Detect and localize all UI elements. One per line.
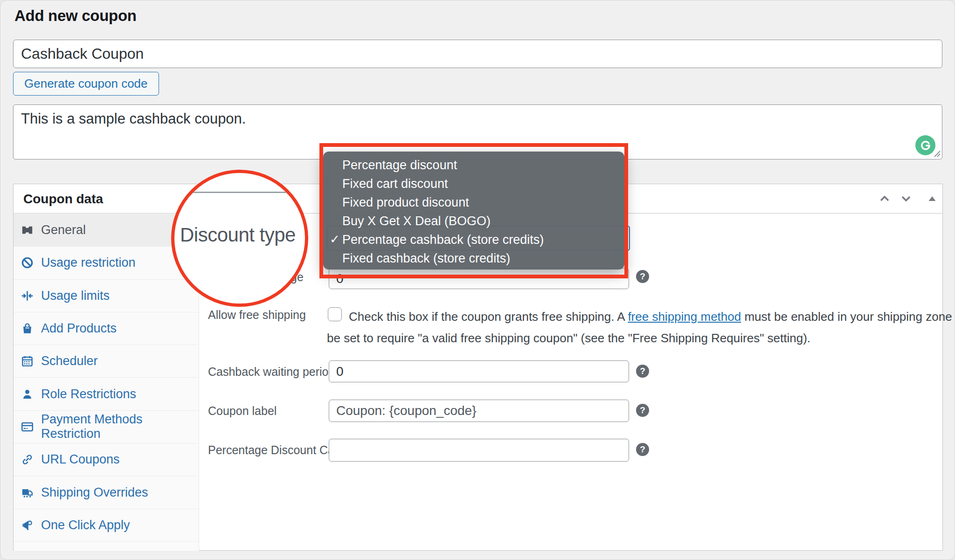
- prohibited-icon: [21, 256, 34, 269]
- allow-free-shipping-label: Allow free shipping: [208, 308, 306, 322]
- free-shipping-desc-before: Check this box if the coupon grants free…: [349, 310, 628, 324]
- option-label: Fixed cart discount: [342, 177, 448, 191]
- link-icon: [21, 453, 34, 466]
- percentage-discount-cap-label: Percentage Discount Cap: [208, 443, 341, 457]
- calendar-icon: [21, 355, 34, 367]
- free-shipping-description-line1: Check this box if the coupon grants free…: [349, 310, 955, 324]
- coupon-data-tabs: General Usage restriction Usage limits: [14, 214, 199, 551]
- tab-role-restrictions[interactable]: Role Restrictions: [14, 378, 199, 410]
- tab-usage-restriction[interactable]: Usage restriction: [14, 247, 199, 279]
- free-shipping-description-line2: be set to require "a valid free shipping…: [327, 331, 810, 346]
- discount-type-dropdown: Percentage discount Fixed cart discount …: [323, 152, 624, 270]
- option-label: Buy X Get X Deal (BOGO): [342, 214, 491, 228]
- tab-label: Role Restrictions: [41, 387, 136, 401]
- cashback-waiting-period-input[interactable]: [329, 360, 629, 382]
- dropdown-option-percentage-discount[interactable]: Percentage discount: [323, 156, 624, 174]
- cashback-percentage-label-partial: ge: [291, 270, 304, 284]
- coupon-code-input[interactable]: [13, 40, 942, 68]
- tab-url-coupons[interactable]: URL Coupons: [14, 443, 199, 476]
- add-new-coupon-page: Add new coupon Generate coupon code This…: [0, 0, 955, 560]
- grammarly-g-glyph: [919, 139, 932, 152]
- tab-label: Shipping Overrides: [41, 485, 148, 500]
- dropdown-option-fixed-product-discount[interactable]: Fixed product discount: [323, 193, 624, 212]
- help-icon[interactable]: ?: [636, 404, 649, 417]
- help-icon[interactable]: ?: [636, 443, 649, 456]
- coupon-label-label: Coupon label: [208, 404, 277, 418]
- tab-one-click-apply[interactable]: One Click Apply: [14, 509, 199, 542]
- generate-coupon-code-button[interactable]: Generate coupon code: [13, 72, 159, 96]
- tab-usage-limits[interactable]: Usage limits: [14, 280, 199, 312]
- tab-general[interactable]: General: [14, 214, 199, 247]
- tab-label: Add Products: [41, 321, 117, 336]
- option-label: Percentage discount: [342, 158, 457, 173]
- free-shipping-desc-after: must be enabled in your shipping zone an…: [741, 310, 955, 324]
- move-down-icon[interactable]: [898, 190, 914, 207]
- option-label: Fixed cashback (store credits): [342, 251, 510, 266]
- tab-payment-methods-restriction[interactable]: Payment Methods Restriction: [14, 411, 199, 443]
- shopping-bag-icon: [21, 322, 34, 335]
- page-title: Add new coupon: [14, 7, 137, 25]
- tab-label: Usage restriction: [41, 256, 136, 270]
- metabox-title: Coupon data: [23, 192, 103, 207]
- dropdown-option-fixed-cashback[interactable]: Fixed cashback (store credits): [323, 249, 624, 268]
- tab-label: URL Coupons: [41, 452, 120, 467]
- tab-scheduler[interactable]: Scheduler: [14, 345, 199, 378]
- credit-card-icon: [21, 421, 34, 433]
- megaphone-icon: [21, 519, 34, 532]
- cashback-waiting-period-label: Cashback waiting period: [208, 365, 335, 379]
- dropdown-option-bogo[interactable]: Buy X Get X Deal (BOGO): [323, 212, 624, 230]
- help-icon[interactable]: ?: [636, 270, 649, 283]
- limits-arrows-icon: [21, 290, 34, 302]
- tab-label: Usage limits: [41, 289, 110, 303]
- tab-label: General: [41, 223, 86, 237]
- dropdown-option-percentage-cashback[interactable]: ✓ Percentage cashback (store credits): [323, 230, 624, 249]
- person-icon: [21, 388, 34, 401]
- dropdown-option-fixed-cart-discount[interactable]: Fixed cart discount: [323, 174, 624, 193]
- help-icon[interactable]: ?: [636, 365, 649, 378]
- tab-add-products[interactable]: Add Products: [14, 312, 199, 345]
- free-shipping-checkbox[interactable]: [328, 307, 342, 321]
- tab-label: Payment Methods Restriction: [41, 412, 199, 441]
- textarea-resize-handle[interactable]: [933, 149, 941, 158]
- move-up-icon[interactable]: [876, 190, 893, 207]
- truck-icon: [21, 486, 34, 499]
- option-label: Fixed product discount: [342, 195, 469, 210]
- tab-shipping-overrides[interactable]: Shipping Overrides: [14, 476, 199, 509]
- coupon-label-input[interactable]: [329, 400, 629, 422]
- ticket-icon: [21, 224, 34, 236]
- tab-label: Scheduler: [41, 354, 98, 368]
- percentage-discount-cap-input[interactable]: [329, 439, 629, 462]
- tab-label: One Click Apply: [41, 518, 130, 532]
- selected-check-icon: ✓: [330, 232, 340, 247]
- option-label: Percentage cashback (store credits): [342, 233, 544, 247]
- cashback-percentage-input[interactable]: [329, 268, 629, 289]
- collapse-toggle-icon[interactable]: [924, 190, 941, 207]
- free-shipping-method-link[interactable]: free shipping method: [628, 310, 741, 324]
